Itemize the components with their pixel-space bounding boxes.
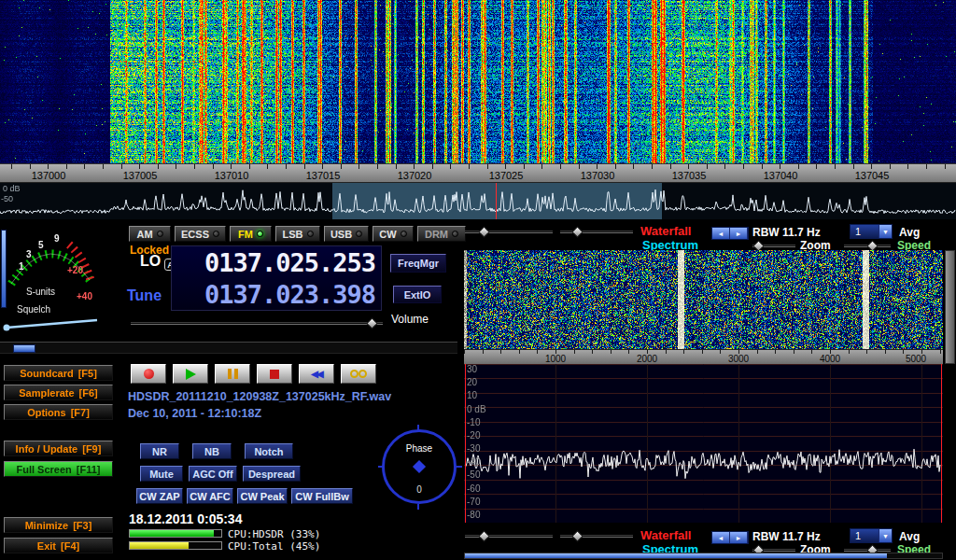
stop-icon [270, 370, 279, 379]
s-units-label: S-units [26, 287, 55, 297]
tune-frequency-display[interactable]: 0137.023.398 [172, 278, 381, 310]
cpu-total-bar-fill [130, 542, 189, 549]
frequency-scale[interactable]: 137000 137005 137010 137015 137020 13702… [0, 163, 956, 183]
zoom-slider-top[interactable] [752, 245, 795, 247]
freqmgr-button[interactable]: FreqMgr [390, 254, 446, 273]
tuning-scrollbar-handle[interactable] [13, 344, 35, 353]
slider-thumb[interactable] [571, 226, 583, 238]
agc-off-button[interactable]: AGC Off [189, 466, 237, 482]
audio-freq-label: 1000 [545, 354, 566, 364]
exit-button[interactable]: Exit[F4] [4, 538, 113, 553]
slider-thumb[interactable] [478, 530, 490, 542]
mode-button-fm[interactable]: FM [230, 226, 272, 242]
record-button[interactable] [131, 364, 166, 384]
speed-slider-top[interactable] [844, 245, 891, 247]
soundcard-button[interactable]: Soundcard[F5] [4, 365, 113, 381]
mode-button-ecss[interactable]: ECSS [175, 226, 226, 242]
button-label: Samplerate [19, 387, 74, 399]
mode-button-drm[interactable]: DRM [417, 226, 466, 242]
avg-dropdown-top[interactable]: 1 ▼ [850, 224, 893, 239]
volume-slider-thumb[interactable] [366, 317, 378, 329]
extio-button[interactable]: ExtIO [393, 286, 442, 303]
zoom-slider-bottom[interactable] [752, 549, 795, 552]
dsp-label: CW AFC [190, 491, 231, 502]
stop-button[interactable] [257, 364, 292, 384]
mode-button-usb[interactable]: USB [324, 226, 369, 242]
audio-waterfall-display[interactable] [464, 250, 943, 349]
rbw-value-bottom: RBW 11.7 Hz [752, 530, 821, 543]
mode-label: DRM [425, 229, 448, 240]
notch-button[interactable]: Notch [245, 443, 293, 459]
contrast-slider-bottom[interactable] [560, 535, 633, 538]
dsp-label: AGC Off [192, 469, 232, 480]
squelch-slider[interactable] [1, 230, 7, 308]
freq-scale-label: 137000 [32, 170, 66, 181]
audio-spectrum-display[interactable] [464, 364, 943, 523]
cw-zap-button[interactable]: CW ZAP [136, 488, 183, 504]
avg-dropdown-bottom[interactable]: 1 ▼ [850, 528, 893, 543]
mode-led-icon [257, 231, 263, 237]
options-button[interactable]: Options[F7] [4, 404, 113, 420]
rf-gain-slider[interactable] [465, 231, 553, 233]
rbw-spinner-bottom[interactable]: ◄ ► [711, 531, 749, 544]
loop-button[interactable] [341, 364, 376, 384]
mode-button-lsb[interactable]: LSB [275, 226, 320, 242]
cw-fullbw-button[interactable]: CW FullBw [291, 488, 353, 504]
info-update-button[interactable]: Info / Update[F9] [4, 441, 113, 456]
rf-gain-slider-bottom[interactable] [465, 535, 553, 538]
recording-timestamp: Dec 10, 2011 - 12:10:18Z [128, 407, 261, 420]
slider-thumb[interactable] [478, 226, 490, 238]
main-waterfall-display[interactable] [0, 0, 956, 163]
cw-afc-button[interactable]: CW AFC [187, 488, 233, 504]
dropdown-arrow-icon[interactable]: ▼ [879, 225, 892, 238]
rewind-button[interactable]: ◀◀ [299, 364, 334, 384]
mode-button-cw[interactable]: CW [373, 226, 414, 242]
main-spectrum-display[interactable] [0, 183, 956, 219]
rbw-spinner-top[interactable]: ◄ ► [711, 227, 749, 240]
play-button[interactable] [173, 364, 208, 384]
contrast-slider[interactable] [560, 231, 633, 233]
mode-label: LSB [283, 229, 303, 240]
spin-right-icon[interactable]: ► [730, 228, 748, 239]
phase-indicator[interactable]: Phase 0 [382, 429, 457, 504]
audio-freq-label: 3000 [728, 354, 749, 364]
dsp-label: Despread [248, 469, 295, 480]
mute-button[interactable]: Mute [140, 466, 183, 482]
freq-scale-label: 137015 [306, 170, 341, 181]
spin-left-icon[interactable]: ◄ [712, 228, 730, 239]
playback-controls: ◀◀ [131, 364, 376, 384]
db-minus50-label: -50 [1, 194, 13, 203]
despread-button[interactable]: Despread [243, 466, 301, 482]
nr-button[interactable]: NR [140, 443, 179, 459]
speed-slider-bottom[interactable] [844, 549, 891, 552]
waterfall-label-top[interactable]: Waterfall [640, 224, 691, 238]
volume-slider[interactable] [131, 322, 383, 325]
dsp-label: NR [152, 446, 167, 457]
dropdown-arrow-icon[interactable]: ▼ [879, 529, 892, 542]
fullscreen-button[interactable]: Full Screen[F11] [4, 461, 113, 477]
lo-frequency-display[interactable]: 0137.025.253 [172, 246, 381, 278]
samplerate-button[interactable]: Samplerate[F6] [4, 385, 113, 400]
phase-marker-icon [413, 460, 426, 473]
avg-label-bottom: Avg [899, 530, 920, 543]
spin-right-icon[interactable]: ► [730, 532, 748, 543]
db-axis-label: -20 [467, 431, 500, 441]
nb-button[interactable]: NB [192, 443, 232, 459]
zoom-scrollbar-handle[interactable] [465, 553, 887, 558]
waterfall-label-bottom[interactable]: Waterfall [640, 528, 691, 542]
mode-led-icon [356, 231, 362, 237]
cw-peak-button[interactable]: CW Peak [237, 488, 288, 504]
db-axis-label: 0 dB [467, 405, 500, 414]
tuning-scrollbar[interactable] [0, 342, 457, 354]
smeter-tick-5: 5 [38, 240, 44, 250]
loop-icon [358, 370, 367, 378]
slider-thumb[interactable] [571, 530, 583, 542]
pause-button[interactable] [215, 364, 250, 384]
zoom-scrollbar[interactable] [464, 553, 943, 559]
waterfall-scrollbar[interactable] [945, 250, 955, 364]
audio-freq-label: 5000 [906, 354, 926, 364]
mode-button-am[interactable]: AM [129, 226, 171, 242]
spin-left-icon[interactable]: ◄ [712, 532, 730, 543]
minimize-button[interactable]: Minimize[F3] [4, 517, 113, 533]
dsp-label: CW FullBw [295, 491, 348, 502]
